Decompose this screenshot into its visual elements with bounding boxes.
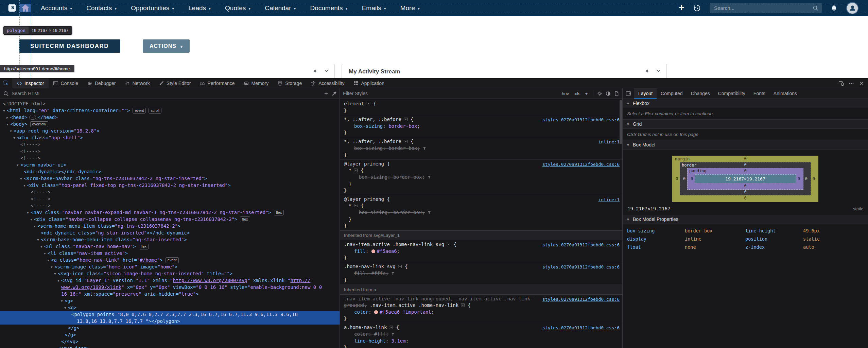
markup-line[interactable]: ▼<div class="app-shell"> [0, 134, 340, 141]
devtools-tab-application[interactable]: Application [349, 79, 389, 88]
box-model-margin-top[interactable]: 0 [672, 156, 818, 161]
expand-arrow-icon[interactable]: ▼ [33, 223, 37, 230]
expand-arrow-icon[interactable]: ▼ [39, 243, 44, 250]
overridden-filter-icon[interactable] [427, 210, 431, 216]
selector-highlighter-icon[interactable] [398, 264, 402, 270]
home-nav-link[interactable] [20, 4, 31, 12]
stylesheet-link[interactable]: styles.0270a91312fbebd0.css:6 [542, 117, 620, 123]
nav-item-quotes[interactable]: Quotes▾ [225, 4, 250, 12]
overridden-filter-icon[interactable] [391, 331, 395, 338]
collapsed-content-ellipsis[interactable]: … [29, 115, 36, 120]
markup-line[interactable]: ▼<g> [0, 297, 340, 304]
markup-line[interactable]: ▼<g> [0, 304, 340, 311]
markup-line[interactable]: <!----> [0, 202, 340, 209]
search-icon[interactable] [813, 5, 818, 11]
sidebar-tab-layout[interactable]: Layout [634, 88, 657, 99]
selector-highlighter-icon[interactable] [404, 117, 408, 123]
css-declaration[interactable]: box-sizing: border-box; [344, 123, 620, 129]
markup-line[interactable]: www.w3.org/1999/xlink" x="0px" y="0px" v… [0, 284, 340, 291]
menu-button[interactable] [846, 79, 856, 88]
selector-highlighter-icon[interactable] [404, 139, 408, 145]
markup-line[interactable]: <ndc-dynamic class="ng-star-inserted"></… [0, 229, 340, 236]
markup-line[interactable]: 13.8,16 13.8,7.7 16,7.7 "></polygon> [0, 318, 340, 325]
markup-line[interactable]: ▼<scrm-base-navbar class="ng-tns-c231603… [0, 175, 340, 182]
markup-line[interactable]: <polygon points="8,0 0,7.6 0,7.7 2.3,7.7… [0, 311, 340, 318]
add-node-icon[interactable] [324, 91, 329, 96]
markup-line[interactable]: </svg> [0, 338, 340, 345]
markup-line[interactable]: ▼<div class="top-panel fixed-top ng-tns-… [0, 182, 340, 189]
selector-highlighter-icon[interactable] [354, 168, 358, 174]
devtools-tab-performance[interactable]: Performance [195, 79, 239, 88]
expand-arrow-icon[interactable]: ▼ [50, 264, 54, 271]
badge-flex[interactable]: flex [274, 210, 284, 215]
devtools-tab-memory[interactable]: Memory [239, 79, 273, 88]
rules-toolbar-button--cls[interactable]: .cls [572, 90, 582, 97]
selector-highlighter-icon[interactable] [389, 325, 393, 331]
box-model-margin-left[interactable]: 0 [676, 176, 678, 181]
box-model-border-top[interactable]: 0 [672, 162, 818, 167]
markup-line[interactable]: ▼<body>overflow [0, 121, 340, 127]
expand-arrow-icon[interactable]: ▶ [5, 114, 10, 121]
markup-line[interactable]: <!----> [0, 155, 340, 161]
markup-line[interactable]: <!----> [0, 148, 340, 155]
markup-line[interactable]: ▼<nav class="navbar navbar-expand-md nav… [0, 209, 340, 216]
selector-highlighter-icon[interactable] [354, 203, 358, 209]
css-selector[interactable]: a.home-nav-link [344, 325, 387, 330]
chevron-down-icon[interactable] [656, 68, 661, 74]
pick-element-button[interactable] [0, 79, 12, 88]
css-declaration[interactable]: fill: #fffc; [344, 270, 620, 277]
badge-scroll[interactable]: scroll [149, 108, 161, 114]
markup-line[interactable]: <!DOCTYPE html> [0, 100, 340, 107]
nav-item-contacts[interactable]: Contacts▾ [86, 4, 117, 12]
markup-line[interactable]: </g> [0, 331, 340, 338]
css-declaration[interactable]: box-sizing: border-box; [344, 174, 620, 181]
css-selector[interactable]: .nav-item.active .home-nav-link [367, 302, 458, 308]
rules-toolbar-button--hov[interactable]: :hov [559, 90, 571, 97]
color-swatch[interactable] [374, 310, 378, 314]
box-model-content-region[interactable]: 19.2167×19.2167 [695, 174, 796, 183]
nav-item-accounts[interactable]: Accounts▾ [41, 4, 72, 12]
overridden-filter-icon[interactable] [427, 174, 431, 181]
markup-line[interactable]: ▼<scrm-home-menu-item class="ng-tns-c231… [0, 223, 340, 229]
overridden-filter-icon[interactable] [422, 145, 427, 152]
selector-highlighter-icon[interactable] [461, 302, 465, 309]
css-declaration[interactable]: line-height: 3.1em; [344, 338, 620, 344]
selector-highlighter-icon[interactable] [366, 101, 370, 107]
box-model-padding-right[interactable]: 0 [798, 176, 800, 181]
three-pane-toggle-icon[interactable] [623, 88, 634, 99]
css-selector[interactable]: *, ::after, ::before [344, 117, 401, 122]
nav-item-leads[interactable]: Leads▾ [188, 4, 211, 12]
expand-arrow-icon[interactable]: ▼ [43, 250, 47, 257]
nav-item-emails[interactable]: Emails▾ [362, 4, 386, 12]
markup-line[interactable]: ▼<app-root ng-version="18.2.8"> [0, 127, 340, 134]
expand-arrow-icon[interactable]: ▼ [53, 271, 57, 277]
badge-event[interactable]: event [133, 108, 146, 114]
sidebar-tab-computed[interactable]: Computed [657, 88, 687, 99]
expand-arrow-icon[interactable]: ▼ [56, 277, 60, 284]
badge-flex[interactable]: flex [240, 216, 250, 222]
css-declaration[interactable]: box-sizing: border-box; [344, 209, 620, 216]
devtools-tab-storage[interactable]: Storage [273, 79, 306, 88]
expand-arrow-icon[interactable]: ▼ [19, 175, 23, 182]
history-icon[interactable] [693, 4, 701, 12]
markup-line[interactable]: ▼<scrm-navbar-ui> [0, 161, 340, 168]
nav-item-calendar[interactable]: Calendar▾ [265, 4, 296, 12]
badge-event[interactable]: event [166, 257, 179, 263]
expand-arrow-icon[interactable]: ▼ [29, 216, 33, 223]
box-model-margin-bottom[interactable]: 0 [672, 196, 818, 201]
box-model-properties-header[interactable]: ▼ Box Model Properties [623, 215, 868, 224]
markup-line[interactable]: ▼<a class="home-nav-link" href="#/home">… [0, 257, 340, 263]
print-simulation-icon[interactable] [614, 91, 619, 96]
sidebar-tab-compatibility[interactable]: Compatibility [714, 88, 749, 99]
close-button[interactable] [856, 79, 867, 88]
stylesheet-link[interactable]: inline:1 [598, 139, 620, 145]
css-selector[interactable]: * [349, 203, 351, 208]
sidebar-tab-animations[interactable]: Animations [769, 88, 801, 99]
box-model-padding-left[interactable]: 0 [691, 176, 693, 181]
stylesheet-link[interactable]: inline:1 [598, 196, 620, 203]
css-selector[interactable]: .home-nav-link svg [344, 264, 396, 269]
expand-arrow-icon[interactable]: ▼ [12, 135, 16, 141]
expand-arrow-icon[interactable]: ▼ [16, 162, 20, 169]
devtools-tab-debugger[interactable]: Debugger [83, 79, 120, 88]
markup-line[interactable]: ▼<html lang="en" data-critters-container… [0, 107, 340, 114]
